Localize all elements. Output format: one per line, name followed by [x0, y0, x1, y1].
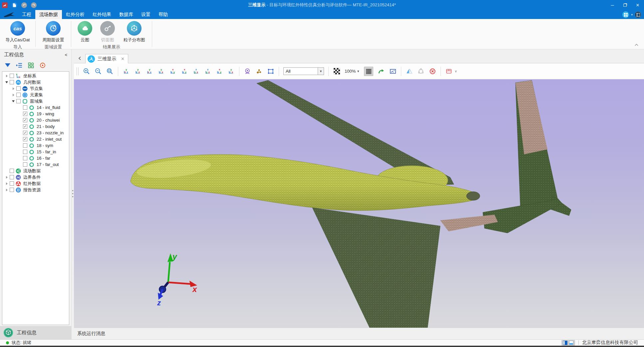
- view-iso-2-icon[interactable]: zyx: [204, 68, 211, 75]
- filter-icon[interactable]: [4, 62, 11, 69]
- tree-item-checkbox[interactable]: [10, 175, 14, 179]
- tree-item-16_far[interactable]: 16 - far: [2, 155, 69, 161]
- view-iso-4-icon[interactable]: yzx: [227, 68, 235, 75]
- tree-item-19_wing[interactable]: ✓19 - wing: [2, 111, 69, 117]
- outline-list-icon[interactable]: [16, 62, 23, 69]
- grid-toggle-button[interactable]: [364, 67, 373, 76]
- restore-button[interactable]: [619, 0, 631, 10]
- molecule-icon[interactable]: [255, 68, 263, 75]
- selection-box-icon[interactable]: [267, 68, 274, 75]
- tree-item-checkbox[interactable]: [10, 80, 14, 84]
- tree-item-红外数据[interactable]: 红外数据: [2, 180, 69, 187]
- transparency-checker-icon[interactable]: [333, 68, 340, 75]
- panel-collapse-icon[interactable]: <: [65, 52, 67, 57]
- tree-item-17_far_out[interactable]: 17 - far_out: [2, 161, 69, 168]
- tree-item-21_body[interactable]: ✓21 - body: [2, 123, 69, 130]
- tree-item-checkbox[interactable]: ✓: [23, 118, 27, 122]
- tree-item-坐标系[interactable]: Yzx坐标系: [2, 73, 69, 79]
- panel-bottom-toggle-icon[interactable]: [569, 341, 573, 345]
- tree-item-23_nozzle_in[interactable]: ✓23 - nozzle_in: [2, 130, 69, 136]
- view-left-icon[interactable]: yxz: [146, 68, 153, 75]
- target-icon[interactable]: [39, 62, 46, 69]
- style-grid-icon[interactable]: [622, 11, 629, 18]
- tree-item-checkbox[interactable]: [16, 99, 21, 103]
- menu-item-project[interactable]: 工程: [18, 10, 35, 19]
- view-right-icon[interactable]: yzx: [158, 68, 165, 75]
- expand-arrow-icon[interactable]: [11, 86, 16, 91]
- zoom-out-icon[interactable]: [95, 68, 102, 75]
- tree-item-checkbox[interactable]: [10, 169, 14, 173]
- tree-item-checkbox[interactable]: ✓: [23, 124, 27, 129]
- zoom-in-icon[interactable]: [83, 68, 90, 75]
- menu-item-help[interactable]: 帮助: [155, 10, 172, 19]
- expand-arrow-icon[interactable]: [11, 93, 16, 97]
- tree-item-面域集[interactable]: 面域集: [2, 98, 69, 104]
- panel-left-toggle-icon[interactable]: [563, 341, 567, 345]
- view-back-icon[interactable]: yzx: [134, 68, 142, 75]
- menu-item-ir-results[interactable]: 红外结果: [89, 10, 115, 19]
- tree-item-20_chuiwei[interactable]: ✓20 - chuiwei: [2, 117, 69, 123]
- tree-item-报告资源[interactable]: 报告资源: [2, 187, 69, 193]
- layout-panels-icon[interactable]: [635, 11, 641, 18]
- tree-item-checkbox[interactable]: [23, 156, 27, 160]
- save-icon[interactable]: [12, 2, 17, 8]
- tree-item-checkbox[interactable]: [16, 86, 21, 91]
- grid-view-icon[interactable]: [27, 62, 35, 69]
- tree-item-checkbox[interactable]: [23, 105, 27, 110]
- view-iso-3-icon[interactable]: xzy: [216, 68, 223, 75]
- tree-item-18_sym[interactable]: 18 - sym: [2, 142, 69, 149]
- tree-item-checkbox[interactable]: [16, 93, 21, 97]
- tree-item-几何数据[interactable]: 几何数据: [2, 79, 69, 85]
- tree-item-14_int_fluid[interactable]: 14 - int_fluid: [2, 104, 69, 111]
- tree-item-checkbox[interactable]: [23, 150, 27, 154]
- tree-item-checkbox[interactable]: [23, 162, 27, 167]
- tree-item-节点集[interactable]: 节点集: [2, 85, 69, 92]
- tab-close-icon[interactable]: ✕: [121, 56, 125, 61]
- rotate-nodes-icon[interactable]: [417, 68, 425, 75]
- display-filter-select[interactable]: All ▼: [283, 67, 324, 75]
- tab-scroll-left-icon[interactable]: [74, 54, 85, 63]
- view-front-icon[interactable]: yxz: [123, 68, 130, 75]
- view-bottom-icon[interactable]: xzy: [181, 68, 188, 75]
- collapse-arrow-icon[interactable]: [4, 80, 9, 85]
- tree-item-checkbox[interactable]: ✓: [23, 137, 27, 141]
- tree-item-checkbox[interactable]: [10, 188, 14, 192]
- close-button[interactable]: ✕: [631, 0, 644, 10]
- panel-splitter[interactable]: [72, 49, 74, 339]
- tree-item-15_far_in[interactable]: 15 - far_in: [2, 149, 69, 155]
- expand-arrow-icon[interactable]: [4, 175, 9, 180]
- tree-item-checkbox[interactable]: [10, 181, 14, 186]
- expand-arrow-icon[interactable]: [4, 181, 9, 186]
- mirror-icon[interactable]: [406, 68, 413, 75]
- panel-bottom-bar[interactable]: 工程信息: [0, 326, 71, 339]
- ribbon-button-particle-distribution[interactable]: 粒子分布图: [120, 20, 149, 43]
- archive-box-icon[interactable]: [445, 68, 453, 75]
- combo-dropdown-icon[interactable]: ▼: [318, 68, 324, 75]
- tree-item-checkbox[interactable]: [10, 74, 14, 78]
- collapse-arrow-icon[interactable]: [11, 99, 16, 104]
- tree-item-checkbox[interactable]: ✓: [23, 131, 27, 135]
- tree-item-元素集[interactable]: 元素集: [2, 92, 69, 98]
- app-launcher-icon[interactable]: [2, 2, 8, 8]
- tab-3d-display[interactable]: 三维显示 ✕: [85, 54, 128, 63]
- tree-item-边界条件[interactable]: 边界条件: [2, 174, 69, 180]
- tree-item-checkbox[interactable]: [23, 143, 27, 148]
- camera-view-icon[interactable]: [244, 68, 251, 75]
- menu-item-flow-data[interactable]: 流场数据: [35, 10, 62, 19]
- view-top-icon[interactable]: xzy: [169, 68, 176, 75]
- chevron-down-icon[interactable]: ∨: [455, 69, 457, 73]
- cancel-icon[interactable]: [429, 68, 436, 75]
- menu-item-ir-analysis[interactable]: 红外分析: [62, 10, 89, 19]
- chevron-down-icon[interactable]: ▾: [631, 13, 633, 16]
- ribbon-button-periodic-face[interactable]: 周期面设置: [39, 20, 68, 43]
- ribbon-button-contour-cloud[interactable]: 云图: [75, 20, 95, 43]
- expand-arrow-icon[interactable]: [4, 74, 9, 78]
- view-iso-1-icon[interactable]: zyx: [192, 68, 200, 75]
- toolbar-drag-handle[interactable]: [77, 67, 79, 75]
- expand-arrow-icon[interactable]: [4, 188, 9, 192]
- redo-icon[interactable]: ↷: [31, 2, 37, 8]
- menu-item-settings[interactable]: 设置: [137, 10, 155, 19]
- export-arrow-icon[interactable]: [378, 68, 385, 75]
- ribbon-collapse-icon[interactable]: [634, 43, 639, 46]
- minimize-button[interactable]: ─: [606, 0, 619, 10]
